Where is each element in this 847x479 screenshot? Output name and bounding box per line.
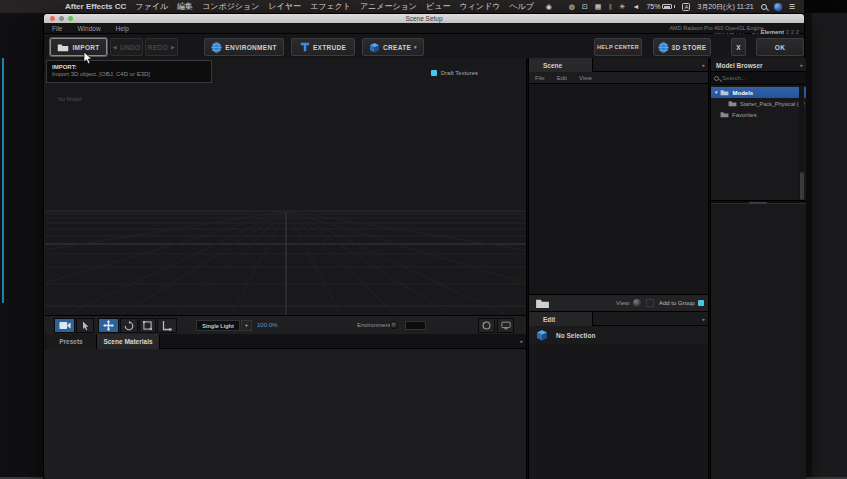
view-wireframe-icon[interactable] — [646, 299, 654, 307]
light-mode-value: Single Light — [202, 323, 233, 329]
bluetooth-icon[interactable]: ᛒ — [608, 0, 612, 13]
airport-icon[interactable]: ✳ — [620, 0, 626, 13]
menubar-corner — [804, 0, 847, 13]
menu-edit[interactable]: 編集 — [177, 1, 193, 12]
viewport-zoom-value[interactable]: 100.0% — [257, 322, 277, 328]
orbit-view-button[interactable] — [478, 318, 495, 333]
3d-viewport[interactable]: No Model Draft Textures — [45, 58, 526, 315]
ok-button[interactable]: OK — [756, 38, 804, 56]
help-center-button[interactable]: HELP CENTER — [594, 38, 642, 56]
menubar-app-name[interactable]: After Effects CC — [65, 2, 126, 11]
view-shaded-icon[interactable] — [633, 299, 641, 307]
menu-effect[interactable]: エフェクト — [310, 1, 351, 12]
battery-indicator[interactable]: 75% — [646, 3, 675, 10]
display-icon[interactable]: ⊡ — [582, 0, 588, 13]
store-button[interactable]: 3D STORE — [653, 38, 711, 56]
screen-view-button[interactable] — [497, 318, 514, 333]
model-browser-menu-arrow[interactable]: ▸ — [800, 62, 803, 68]
create-button[interactable]: CREATE ▾ — [362, 38, 424, 56]
scene-panel-header: Scene ▸ — [529, 58, 708, 72]
add-to-group-checkbox[interactable] — [698, 300, 704, 306]
model-browser-header: Model Browser ▸ — [711, 58, 806, 72]
scene-panel-menu-arrow[interactable]: ▸ — [702, 62, 705, 68]
scene-panel-tab[interactable]: Scene — [529, 58, 593, 72]
tree-item-label: Starter_Pack_Physical (42 — [740, 101, 805, 107]
menu-view[interactable]: ビュー — [426, 1, 450, 12]
notification-center-icon[interactable]: ☰ — [789, 0, 795, 13]
select-tool-button[interactable] — [76, 318, 94, 333]
environment-swatch[interactable] — [405, 321, 426, 330]
scene-menu-file[interactable]: File — [535, 75, 545, 81]
tab-presets[interactable]: Presets — [46, 334, 96, 349]
scene-setup-window: Scene Setup File Window Help AMD Radeon … — [43, 13, 805, 479]
tree-item-starter-pack[interactable]: Starter_Pack_Physical (42 — [711, 98, 806, 109]
volume-icon[interactable]: ◄ — [632, 0, 639, 13]
scene-panel: Scene ▸ File Edit View View: Add to Grou… — [529, 58, 708, 479]
scene-tree[interactable] — [529, 84, 708, 294]
view-label: View: — [616, 300, 631, 306]
tabs-panel-menu-arrow[interactable]: ▸ — [520, 338, 523, 344]
edit-panel-menu-arrow[interactable]: ▸ — [702, 316, 705, 322]
disclosure-triangle-icon[interactable]: ▼ — [714, 90, 718, 95]
viewport-grid — [45, 58, 526, 315]
scale-tool-button[interactable] — [139, 318, 156, 333]
winmenu-file[interactable]: File — [52, 25, 62, 32]
calendar-icon[interactable]: ▦ — [595, 0, 602, 13]
undo-button[interactable]: ◀ UNDO — [110, 38, 143, 56]
tab-scene-materials[interactable]: Scene Materials — [96, 334, 160, 349]
background-panel — [812, 13, 847, 479]
cancel-button[interactable]: X — [731, 38, 746, 56]
menu-window[interactable]: ウィンドウ — [459, 1, 500, 12]
winmenu-help[interactable]: Help — [116, 25, 129, 32]
draft-textures-checkbox[interactable] — [431, 70, 437, 76]
mouse-cursor — [83, 51, 93, 65]
axis-tool-button[interactable] — [157, 318, 177, 333]
gpu-line1: AMD Radeon Pro 460 OpenGL Engine — [669, 25, 764, 32]
scene-menu-edit[interactable]: Edit — [557, 75, 567, 81]
environment-label: Environment — [357, 322, 391, 328]
tree-item-models[interactable]: ▼ Models — [711, 87, 806, 98]
menu-animation[interactable]: アニメーション — [360, 1, 417, 12]
light-mode-caret[interactable]: ▾ — [241, 320, 252, 331]
group-folder-icon[interactable] — [535, 298, 550, 309]
folder-icon — [57, 43, 69, 52]
creative-cloud-icon[interactable]: ◍ — [569, 0, 575, 13]
folder-icon — [720, 89, 729, 96]
select-cursor-icon — [82, 321, 89, 331]
environment-button[interactable]: ENVIRONMENT — [204, 38, 284, 56]
redo-button[interactable]: REDO ▶ — [145, 38, 178, 56]
spotlight-icon[interactable] — [761, 4, 767, 10]
scrollbar-thumb[interactable] — [800, 172, 804, 200]
move-tool-button[interactable] — [98, 318, 119, 333]
input-source-icon[interactable]: A — [682, 3, 690, 11]
tooltip-body: Import 3D object. [OBJ, C4D or E3D] — [52, 71, 206, 77]
extrude-button[interactable]: EXTRUDE — [291, 38, 355, 56]
camera-tool-button[interactable] — [54, 318, 75, 333]
menubar-clock[interactable]: 3月20日(火) 11:21 — [697, 2, 753, 12]
winmenu-window[interactable]: Window — [77, 25, 100, 32]
no-selection-label: No Selection — [556, 332, 595, 339]
move-icon — [103, 320, 114, 331]
window-titlebar[interactable]: Scene Setup — [44, 14, 804, 23]
siri-icon[interactable] — [774, 3, 782, 11]
menu-composition[interactable]: コンポジション — [202, 1, 259, 12]
light-mode-select[interactable]: Single Light — [196, 320, 240, 331]
search-input[interactable] — [722, 75, 797, 81]
redo-arrow-icon: ▶ — [171, 44, 175, 50]
model-browser-scrollbar[interactable] — [799, 85, 804, 200]
store-button-label: 3D STORE — [672, 44, 707, 51]
menu-help[interactable]: ヘルプ — [509, 1, 534, 12]
rotate-tool-button[interactable] — [120, 318, 138, 333]
menu-layer[interactable]: レイヤー — [268, 1, 301, 12]
scene-panel-menubar: File Edit View — [529, 72, 708, 84]
environment-sphere-icon — [390, 321, 398, 329]
tree-item-favorites[interactable]: Favorites — [711, 109, 806, 120]
import-button[interactable]: IMPORT — [50, 38, 107, 56]
edit-panel-tab[interactable]: Edit — [529, 312, 593, 326]
scene-menu-view[interactable]: View — [579, 75, 592, 81]
menu-file[interactable]: ファイル — [135, 1, 168, 12]
camera-icon — [59, 321, 71, 330]
scene-panel-title: Scene — [543, 62, 562, 69]
screen-record-icon[interactable]: ◉ — [546, 0, 552, 13]
macos-menubar: After Effects CC ファイル 編集 コンポジション レイヤー エフ… — [0, 0, 847, 13]
